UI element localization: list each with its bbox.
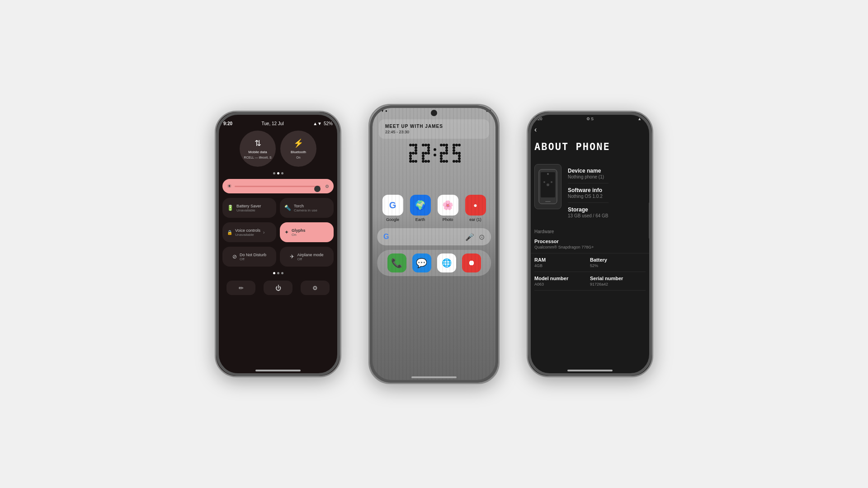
bluetooth-tile[interactable]: ⚡ Bluetooth On bbox=[280, 131, 316, 167]
model-number-label: Model number bbox=[534, 276, 590, 281]
glyphs-text: Glyphs On bbox=[292, 228, 306, 237]
qs-date: Tue, 12 Jul bbox=[262, 121, 284, 126]
phone-2-home-screen: ▲▼ ● ● ▮ MEET UP WITH JAMES 22:45 - 23:3… bbox=[368, 104, 500, 384]
phone-1-quick-settings: 9:20 Tue, 12 Jul ▲▼ 52% ⇅ Mobile data RC… bbox=[215, 111, 341, 377]
photos-label: Photo bbox=[443, 217, 453, 222]
settings-icon: ⚙ bbox=[312, 285, 318, 291]
svg-point-30 bbox=[445, 144, 448, 146]
svg-point-3 bbox=[415, 146, 417, 149]
svg-point-11 bbox=[412, 160, 415, 163]
bluetooth-label: Bluetooth bbox=[291, 150, 306, 155]
brightness-track[interactable] bbox=[235, 186, 321, 187]
qs-main-tiles: ⇅ Mobile data RCELL — lifecell, S ⚡ Blue… bbox=[222, 131, 334, 167]
svg-point-51 bbox=[453, 160, 455, 163]
battery-saver-icon: 🔋 bbox=[227, 205, 234, 211]
svg-point-8 bbox=[409, 155, 412, 157]
hardware-section-label: Hardware bbox=[528, 226, 652, 235]
torch-icon: 🔦 bbox=[284, 205, 291, 211]
airplane-mode-tile[interactable]: ✈ Airplane mode Off bbox=[280, 247, 334, 267]
ear1-app[interactable]: ● ear (1) bbox=[465, 195, 486, 222]
battery-saver-tile[interactable]: 🔋 Battery Saver Unavailable bbox=[222, 198, 276, 218]
svg-point-42 bbox=[455, 144, 458, 146]
clock-svg bbox=[407, 143, 461, 175]
svg-point-1 bbox=[412, 144, 415, 146]
device-name-entry[interactable]: Device name Nothing phone (1) bbox=[568, 164, 609, 183]
ram-spec[interactable]: RAM 4GB bbox=[534, 253, 590, 272]
chrome-dock-icon[interactable]: 🌐 bbox=[437, 253, 456, 272]
qs-row-3: 🔒 Voice controls Unavailable › ✦ Glyphs … bbox=[222, 222, 334, 242]
calendar-event-title: MEET UP WITH JAMES bbox=[385, 124, 483, 129]
earth-app[interactable]: 🌍 Earth bbox=[410, 195, 431, 222]
front-camera bbox=[431, 110, 437, 116]
google-app[interactable]: G Google bbox=[382, 195, 403, 222]
svg-point-2 bbox=[415, 144, 417, 146]
power-button[interactable]: ⏻ bbox=[264, 281, 292, 295]
svg-point-41 bbox=[453, 144, 455, 146]
about-status-icons: ⚙ S bbox=[586, 117, 594, 121]
serial-number-label: Serial number bbox=[590, 276, 646, 281]
calendar-event-time: 22:45 - 23:30 bbox=[385, 130, 483, 134]
microphone-icon[interactable]: 🎤 bbox=[465, 233, 474, 241]
back-button[interactable]: ‹ bbox=[534, 126, 537, 134]
svg-point-39 bbox=[443, 160, 445, 163]
airplane-icon: ✈ bbox=[290, 253, 294, 260]
record-dock-icon[interactable]: ⏺ bbox=[462, 253, 481, 272]
battery-saver-sub: Unavailable bbox=[236, 208, 261, 212]
qs-dot-2 bbox=[277, 172, 279, 174]
messages-dock-icon[interactable]: 💬 bbox=[412, 253, 431, 272]
device-name-label: Device name bbox=[568, 168, 609, 174]
model-number-value: A063 bbox=[534, 282, 590, 286]
svg-point-53 bbox=[458, 160, 461, 163]
qs-dot2-1 bbox=[273, 272, 275, 274]
svg-point-50 bbox=[458, 157, 461, 160]
qs-dot-1 bbox=[273, 172, 275, 174]
dnd-tile[interactable]: ⊘ Do Not Disturb Off bbox=[222, 247, 276, 267]
photos-app[interactable]: 🌸 Photo bbox=[438, 195, 458, 222]
qs-status-icons: ▲▼ 52% bbox=[313, 121, 333, 126]
about-signal: ▲▼ bbox=[637, 117, 646, 121]
svg-point-19 bbox=[425, 152, 427, 155]
search-bar[interactable]: G 🎤 ⊙ bbox=[377, 228, 491, 245]
svg-point-44 bbox=[453, 146, 455, 149]
dnd-text: Do Not Disturb Off bbox=[240, 253, 266, 261]
settings-button[interactable]: ⚙ bbox=[301, 281, 330, 295]
svg-point-46 bbox=[453, 152, 455, 155]
voice-control-tile[interactable]: 🔒 Voice controls Unavailable › bbox=[222, 222, 276, 242]
svg-point-0 bbox=[409, 144, 412, 146]
processor-spec[interactable]: Processor Qualcomm® Snapdragon 778G+ bbox=[528, 235, 652, 253]
qs-actions: ✏ ⏻ ⚙ bbox=[222, 281, 334, 295]
phone-dock-icon[interactable]: 📞 bbox=[387, 253, 406, 272]
device-image bbox=[534, 164, 561, 209]
record-icon: ⏺ bbox=[468, 259, 475, 267]
model-number-spec[interactable]: Model number A063 bbox=[534, 272, 590, 291]
edit-button[interactable]: ✏ bbox=[226, 281, 255, 295]
torch-tile[interactable]: 🔦 Torch Camera in use bbox=[280, 198, 334, 218]
voice-control-text: Voice controls Unavailable bbox=[235, 228, 260, 237]
svg-point-25 bbox=[427, 160, 430, 163]
glyphs-label: Glyphs bbox=[292, 228, 306, 233]
battery-spec[interactable]: Battery 52% bbox=[590, 253, 646, 272]
storage-entry[interactable]: Storage 13 GB used / 64 GB bbox=[568, 203, 609, 222]
qs-bottom-row: ⊘ Do Not Disturb Off ✈ Airplane mode Off bbox=[222, 247, 334, 267]
software-info-entry[interactable]: Software info Nothing OS 1.0.2 bbox=[568, 183, 609, 203]
svg-point-38 bbox=[440, 160, 443, 163]
qs-signal-icon: ▲▼ bbox=[313, 121, 322, 126]
earth-icon: 🌍 bbox=[415, 200, 426, 211]
svg-point-32 bbox=[445, 149, 448, 152]
bluetooth-icon: ⚡ bbox=[293, 138, 303, 148]
glyphs-tile[interactable]: ✦ Glyphs On bbox=[280, 222, 334, 242]
voice-control-label: Voice controls bbox=[235, 228, 260, 233]
qs-page-dots bbox=[222, 172, 334, 174]
brightness-slider[interactable]: ☀ ⚙ bbox=[222, 179, 334, 193]
scroll-indicator bbox=[649, 202, 650, 239]
battery-value: 52% bbox=[590, 263, 646, 268]
lens-icon[interactable]: ⊙ bbox=[479, 233, 485, 241]
serial-number-spec[interactable]: Serial number 91726a42 bbox=[590, 272, 646, 291]
calendar-widget[interactable]: MEET UP WITH JAMES 22:45 - 23:30 bbox=[379, 119, 489, 139]
svg-point-52 bbox=[455, 160, 458, 163]
qs-time: 9:20 bbox=[223, 121, 232, 126]
phone-call-icon: 📞 bbox=[391, 258, 402, 268]
ram-label: RAM bbox=[534, 257, 590, 263]
svg-point-12 bbox=[415, 160, 417, 163]
mobile-data-tile[interactable]: ⇅ Mobile data RCELL — lifecell, S bbox=[240, 131, 276, 167]
